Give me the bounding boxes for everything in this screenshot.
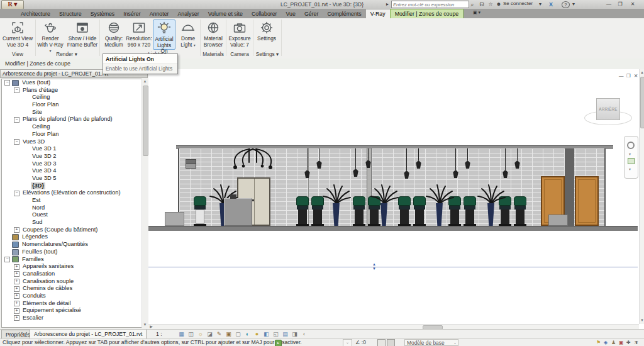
tree-item[interactable]: +Appareils sanitaires (2, 263, 147, 271)
exchange-apps-icon[interactable]: X (547, 1, 555, 8)
sun-path-icon[interactable]: ☼ (196, 330, 204, 338)
chair-pair[interactable] (296, 196, 324, 226)
show-crop-region-icon[interactable]: ▢ (234, 330, 242, 338)
chair[interactable] (413, 196, 426, 226)
chair[interactable] (464, 196, 476, 226)
editing-requests-icon[interactable] (377, 339, 386, 346)
panel-label-render[interactable]: Render ▾ (42, 50, 92, 58)
tab-v-ray[interactable]: V-Ray (366, 9, 390, 19)
tree-item[interactable]: +Equipement spécialisé (2, 307, 147, 315)
tab-contextual-modify[interactable]: Modifier | Zones de coupe (390, 9, 464, 18)
tab-vue[interactable]: Vue (282, 9, 300, 19)
material-browser-button[interactable]: MaterialBrowser (201, 20, 226, 50)
collapse-icon[interactable]: − (14, 139, 19, 145)
tree-item[interactable]: Nomenclatures/Quantités (2, 241, 147, 248)
viewport-horizontal-scrollbar[interactable]: ▶ (148, 324, 639, 329)
panel-label-settings[interactable]: Settings ▾ (242, 50, 292, 58)
palm-plant[interactable] (369, 183, 399, 206)
reveal-hidden-elements-icon[interactable]: ● (253, 330, 261, 338)
scroll-down-icon[interactable]: ▼ (142, 322, 148, 328)
tab-ins-rer[interactable]: Insérer (119, 9, 145, 19)
visual-style-icon[interactable]: ◫ (187, 330, 195, 338)
tab-syst-mes[interactable]: Systèmes (86, 9, 119, 19)
tab-project-browser[interactable]: Arborescence du projet - LC_PROJET_01.rv… (30, 330, 147, 339)
tree-item[interactable]: −Elévations (Elévation de construction) (2, 189, 147, 197)
ribbon-display-toggle-icon[interactable]: ▣ ▾ (473, 10, 486, 17)
floor-slab[interactable] (148, 226, 638, 231)
dome-light-button[interactable]: DomeLight ▾ (177, 20, 199, 50)
tree-item[interactable]: Vue 3D 4 (2, 167, 147, 175)
view-restore-icon[interactable]: ❐ (626, 73, 631, 79)
tree-item[interactable]: +Escalier (2, 315, 147, 322)
wheel-dropdown-icon[interactable]: ▾ (629, 152, 631, 156)
expand-icon[interactable]: + (14, 315, 19, 321)
tab-compl-ments[interactable]: Compléments (323, 9, 365, 19)
expand-icon[interactable]: + (14, 279, 19, 284)
help-icon[interactable]: ? (562, 1, 570, 8)
links-monitor-icon[interactable]: ◈ (604, 339, 608, 346)
tab-g-rer[interactable]: Gérer (300, 9, 323, 19)
palm-plant[interactable] (425, 183, 455, 206)
tree-item[interactable]: Floor Plan (2, 101, 147, 109)
tree-item[interactable]: −Vues 3D (2, 138, 147, 146)
viewport-vertical-scrollbar[interactable]: ▲ ▼ (639, 69, 644, 324)
shadows-icon[interactable]: ◪ (206, 330, 214, 338)
tree-item[interactable]: −Plans de plafond (Plan de plafond) (2, 116, 147, 123)
artificial-lights-on-button[interactable]: ArtificialLights On (153, 20, 175, 50)
collapse-icon[interactable]: − (14, 87, 19, 93)
expand-icon[interactable]: + (14, 308, 19, 314)
scroll-right-icon[interactable]: ▶ (148, 325, 154, 329)
tree-item[interactable]: Ouest (2, 211, 147, 219)
help-dropdown-icon[interactable]: ▾ (571, 1, 576, 8)
zoom-dropdown-icon[interactable]: ▾ (629, 167, 631, 171)
drawing-area[interactable]: — ❐ ✕ ARRIÈRE ▾ ▾ (148, 69, 639, 324)
tree-item[interactable]: +Coupes (Coupe du bâtiment) (2, 226, 147, 234)
chair[interactable] (353, 196, 365, 226)
search-input[interactable] (391, 1, 469, 8)
zoom-region-icon[interactable] (628, 158, 635, 164)
tab-collaborer[interactable]: Collaborer (247, 9, 282, 19)
collapse-viewbar-icon[interactable]: ‹ (300, 330, 308, 338)
low-cabinet[interactable] (548, 215, 568, 226)
expand-icon[interactable]: + (14, 286, 19, 292)
workset-dropdown[interactable]: ⌄ (343, 339, 352, 346)
chair[interactable] (194, 196, 206, 226)
tree-item[interactable]: Floor Plan (2, 131, 147, 138)
expand-icon[interactable]: + (14, 264, 19, 270)
tree-item[interactable]: +Conduits (2, 293, 147, 300)
desk-cabinet[interactable] (224, 198, 252, 226)
scroll-thumb[interactable] (143, 86, 148, 156)
search-icon[interactable]: ⌕ (469, 1, 476, 8)
chair[interactable] (194, 196, 206, 226)
palm-plant[interactable] (476, 183, 506, 206)
tree-item[interactable]: Ceiling (2, 94, 147, 101)
viewcube[interactable]: ARRIÈRE (596, 98, 620, 120)
resolution-960-x-720-button[interactable]: Resolution:960 x 720 (125, 20, 153, 50)
crop-view-icon[interactable]: ▣ (225, 330, 233, 338)
minimize-button[interactable]: — (604, 0, 614, 8)
worksets-icon[interactable] (387, 339, 395, 346)
show-rendering-dialog-icon[interactable]: ▦ (177, 330, 186, 338)
steering-wheel-icon[interactable] (627, 142, 635, 149)
sign-in-button[interactable]: Se connecter (503, 1, 533, 6)
tree-item[interactable]: {3D} (2, 182, 147, 190)
view-minimize-icon[interactable]: — (619, 73, 624, 79)
tree-item[interactable]: +Eléments de détail (2, 300, 147, 308)
tree-item[interactable]: Ceiling (2, 123, 147, 131)
view-close-icon[interactable]: ✕ (634, 73, 638, 79)
tree-item[interactable]: Est (2, 197, 147, 204)
analytical-model-icon[interactable]: ◨ (291, 330, 299, 338)
collapse-icon[interactable]: − (14, 117, 19, 123)
drag-elements-icon[interactable]: ✚ (626, 339, 631, 346)
borrowers-icon[interactable]: ♟ (611, 339, 616, 346)
tab-analyser[interactable]: Analyser (173, 9, 203, 19)
show-hide-frame-buffer-button[interactable]: Show / HideFrame Buffer (65, 20, 99, 50)
tree-item[interactable]: −Vues (tout) (2, 79, 147, 87)
chair[interactable] (398, 196, 411, 226)
collapse-icon[interactable]: − (14, 191, 19, 196)
wall-vent[interactable] (186, 159, 196, 169)
communication-center-icon[interactable]: ☊ (478, 1, 486, 8)
search-expand-icon[interactable]: ▸ (385, 1, 390, 8)
wrought-iron-sconce[interactable] (221, 148, 284, 174)
scroll-down-icon[interactable]: ▼ (640, 318, 644, 323)
